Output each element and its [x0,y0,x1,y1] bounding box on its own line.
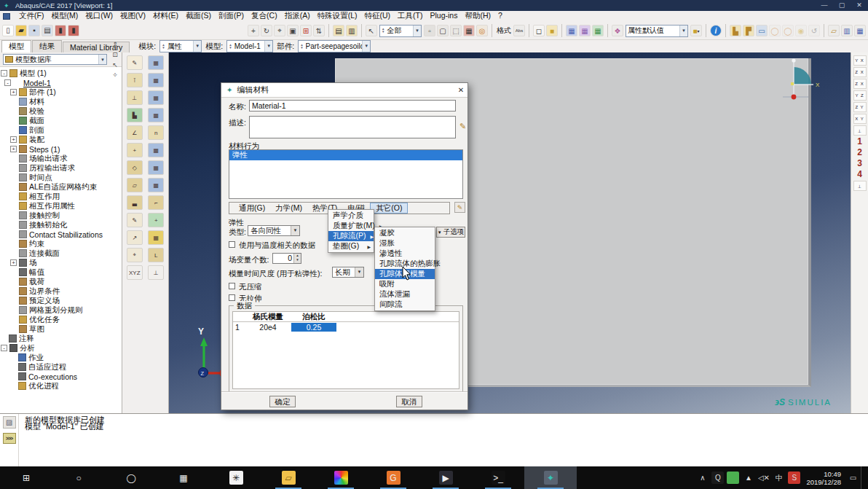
tree-item[interactable]: 作业 [0,353,122,362]
qq-icon[interactable]: Q [711,472,724,484]
tree-item[interactable]: 注释 [0,334,122,343]
tree-item[interactable]: Co-executions [0,372,122,381]
tree-item[interactable]: 接触初始化 [0,220,122,230]
tree-item[interactable]: 自适应过程 [0,362,122,372]
part-combo[interactable]: ▲▼ Part-seepagesoild ▼ [298,40,371,52]
menu-item[interactable]: 视口(W) [82,11,117,20]
message-log-icon[interactable]: ▨ [3,416,16,429]
spin-icon[interactable]: ⇕ [110,39,120,50]
create-profile-icon[interactable]: ∠ [127,125,143,140]
section-manager-icon[interactable]: ▦ [148,90,164,105]
menu-item[interactable]: 特征(U) [361,11,395,20]
color-cube-icon[interactable]: ■▾ [690,25,702,36]
fit-view-icon[interactable]: ⊞ [300,25,312,36]
task-view-icon[interactable]: ▦ [157,466,210,489]
submenu-option[interactable]: 渗透性 [375,249,435,259]
cortana-icon[interactable]: ◯ [105,466,157,489]
info-icon[interactable]: i [710,25,722,36]
xyz-datum-icon[interactable]: XYZ [127,265,143,280]
triad-icon[interactable]: ⊥ [148,265,164,280]
model-combo[interactable]: ▲▼ Model-1 ▼ [226,40,273,52]
menu-item[interactable]: Plug-ins [427,11,462,20]
tree-item[interactable]: 优化任务 [0,315,122,324]
stepper-arrows[interactable]: ▲▼ [293,254,301,263]
profile-manager-icon[interactable]: ▦ [148,143,164,157]
tree-item[interactable]: 相互作用 [0,192,122,201]
tree-item[interactable]: 材料 [0,97,122,106]
edit-description-pencil-icon[interactable]: ✎ [457,121,468,132]
create-stringer-icon[interactable]: ▃ [127,195,143,210]
cancel-button[interactable]: 取消 [396,396,422,407]
tree-item[interactable]: 历程输出请求 [0,163,122,173]
wireframe-render-icon[interactable]: ◻ [533,25,545,36]
copy-icon[interactable]: ▢ [437,25,449,36]
csys-triad-icon[interactable]: ⊥ [853,181,867,191]
tree-item[interactable]: 校验 [0,106,122,116]
menu-item[interactable]: 截面(S) [182,11,215,20]
elastic-type-combo[interactable]: 各向同性 ▼ [248,225,300,236]
material-manager-icon[interactable]: ▦ [148,55,164,70]
submenu-option[interactable]: 湿胀 [375,238,435,249]
screen-icon[interactable]: ▭ [756,25,768,36]
torus-icon[interactable]: ◎ [476,25,488,36]
query-icon[interactable]: ⌖ [127,248,143,262]
submenu-option[interactable]: 流体泄漏 [375,289,435,300]
menu-item[interactable]: 特殊设置(L) [314,11,361,20]
create-material-icon[interactable]: ✎ [127,55,143,70]
tree-expander[interactable]: - [1,70,7,77]
poissons-ratio-cell[interactable]: 0.25 [291,323,336,332]
terminal-icon[interactable]: >_ [472,466,524,489]
overlay-plot-icon[interactable]: ▥ [346,25,358,36]
open-icon[interactable]: ▰ [15,25,27,36]
zoom-box-icon[interactable]: ▣ [287,25,299,36]
view-orientation-icon-1[interactable]: Y X [853,55,867,66]
tray-expand-icon[interactable]: ∧ [696,472,709,484]
material-orientation-icon[interactable]: n [148,125,164,140]
view-orientation-icon-6[interactable]: X Y [853,114,867,124]
tree-item[interactable]: - 模型 (1) [0,69,122,78]
view-compass[interactable]: X [779,55,823,102]
hidden-render-icon[interactable]: ▦ [566,25,577,36]
show-desktop-button[interactable] [861,466,864,489]
create-calibration-icon[interactable]: ⊺ [127,73,143,87]
taskbar-clock[interactable]: 10:49 2019/12/28 [806,470,841,486]
tree-item[interactable]: 场输出请求 [0,154,122,163]
tree-item[interactable]: 截面 [0,116,122,125]
no-tension-checkbox[interactable] [229,294,235,301]
pan-icon[interactable]: + [248,25,259,36]
color-code-combo[interactable]: 属性默认值 ▼ [626,25,688,37]
tree-item[interactable]: + 场 [0,258,122,267]
viewport-number[interactable]: 2 [857,147,862,158]
maximize-button[interactable]: ▢ [833,0,851,11]
suboptions-button[interactable]: ▼ 子选项 [436,227,465,238]
partition-icon[interactable]: ↗ [127,230,143,245]
edit-behavior-pencil-button[interactable]: ✎ [454,202,465,213]
minimize-button[interactable]: — [816,0,833,11]
menu-item[interactable]: 复合(C) [248,11,281,20]
wechat-icon[interactable] [727,472,739,484]
search-icon[interactable]: ○ [52,466,105,489]
rotate-icon[interactable]: ↻ [261,25,272,36]
dialog-close-button[interactable]: ✕ [454,86,467,94]
view-iso-icon[interactable]: ⊥ [853,125,867,136]
field-variables-stepper[interactable]: 0 ▲▼ [272,253,301,264]
display-options-icon[interactable]: ▛ [743,25,754,36]
tree-item[interactable]: 相互作用属性 [0,201,122,211]
temperature-dependent-checkbox[interactable] [229,241,235,248]
tree-item[interactable]: - Model-1 [0,78,122,87]
table-icon[interactable]: ▦ [854,25,866,36]
tree-item[interactable]: - 分析 [0,343,122,353]
tree-item[interactable]: Contact Stabilizations [0,230,122,239]
module-combo[interactable]: ▲▼ 属性 ▼ [159,40,202,52]
box-select-icon[interactable]: ⬚ [450,25,462,36]
moduli-timescale-combo[interactable]: 长期 ▼ [332,267,364,278]
menu-option[interactable]: 质量扩散(M) ▶ [328,221,374,231]
tree-item[interactable]: + 部件 (1) [0,87,122,97]
menu-item[interactable]: 帮助(H) [461,11,494,20]
shaded-render-icon[interactable]: ■ [546,25,558,36]
feature-manager-icon[interactable]: ▥ [841,25,853,36]
annotation-icon-2[interactable]: ▮ [68,25,79,36]
tree-item[interactable]: 载荷 [0,277,122,286]
abaqus-app-icon[interactable]: ✦ [524,466,577,489]
tree-item[interactable]: 幅值 [0,267,122,277]
